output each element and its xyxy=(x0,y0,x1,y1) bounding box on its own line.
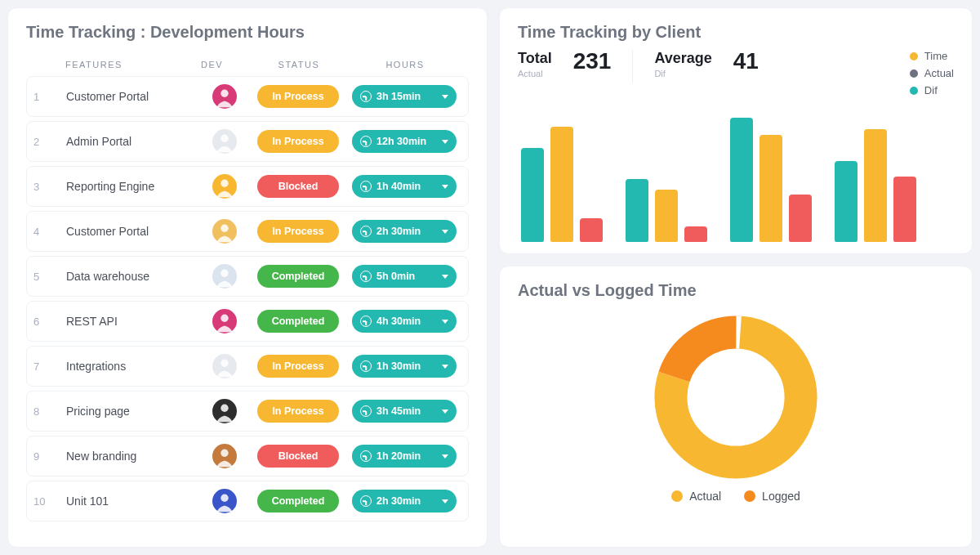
dev-avatar xyxy=(212,264,237,289)
row-dev xyxy=(200,129,249,154)
stat-total-label: Total xyxy=(518,50,552,67)
status-pill: In Process xyxy=(257,400,339,423)
hours-dropdown[interactable]: 1h 40min xyxy=(352,175,457,198)
bar-group xyxy=(626,179,707,242)
table-row: 2Admin PortalIn Process12h 30min xyxy=(26,121,469,162)
clock-icon xyxy=(360,316,372,327)
hours-value: 5h 0min xyxy=(376,271,437,282)
svg-point-1 xyxy=(220,90,228,97)
row-index: 7 xyxy=(33,360,66,373)
row-dev xyxy=(200,264,249,289)
hours-dropdown[interactable]: 1h 20min xyxy=(352,445,457,468)
legend-dot-icon xyxy=(671,490,683,502)
dev-avatar xyxy=(212,309,237,333)
legend-dot-icon xyxy=(910,69,918,78)
row-hours: 2h 30min xyxy=(347,220,461,243)
stat-avg-sub: Dif xyxy=(654,69,711,78)
svg-point-15 xyxy=(220,405,228,412)
client-chart-title: Time Tracking by Client xyxy=(518,23,954,42)
clock-icon xyxy=(360,360,372,372)
donut-chart xyxy=(650,311,822,483)
stats-divider xyxy=(632,50,633,83)
table-row: 1Customer PortalIn Process3h 15min xyxy=(26,76,469,117)
hours-dropdown[interactable]: 5h 0min xyxy=(352,265,457,288)
donut-legend-logged-label: Logged xyxy=(762,490,800,503)
legend-item-dif: Dif xyxy=(910,84,954,96)
row-hours: 12h 30min xyxy=(347,130,461,153)
legend-label-time: Time xyxy=(924,50,947,62)
svg-point-7 xyxy=(220,225,228,232)
row-index: 1 xyxy=(33,91,66,103)
bar-group xyxy=(521,127,603,242)
hours-value: 3h 15min xyxy=(376,91,437,102)
row-hours: 1h 20min xyxy=(347,445,461,468)
bar-time xyxy=(864,129,887,242)
hours-dropdown[interactable]: 3h 45min xyxy=(352,400,457,423)
bar-group xyxy=(835,129,916,242)
clock-icon xyxy=(360,136,372,147)
row-feature: Pricing page xyxy=(66,405,200,418)
bar-dif xyxy=(521,148,544,242)
row-status: In Process xyxy=(249,220,347,243)
bar-other xyxy=(789,195,812,242)
svg-point-9 xyxy=(220,270,228,277)
clock-icon xyxy=(360,91,372,102)
hours-value: 1h 30min xyxy=(376,360,437,372)
legend-dot-icon xyxy=(910,87,918,95)
col-dev: DEV xyxy=(201,60,250,69)
chevron-down-icon xyxy=(442,230,448,234)
table-row: 10Unit 101Completed2h 30min xyxy=(26,481,469,521)
svg-point-13 xyxy=(220,360,228,367)
row-feature: Reporting Engine xyxy=(66,180,200,193)
client-chart-plot xyxy=(518,103,954,242)
row-dev xyxy=(200,354,249,378)
clock-icon xyxy=(360,450,372,462)
status-pill: Blocked xyxy=(257,175,339,198)
hours-value: 1h 40min xyxy=(376,181,437,192)
svg-point-11 xyxy=(220,315,228,322)
row-index: 4 xyxy=(33,226,66,238)
row-hours: 3h 45min xyxy=(347,400,461,423)
dev-avatar xyxy=(212,489,237,513)
hours-dropdown[interactable]: 4h 30min xyxy=(352,310,457,333)
donut-card: Actual vs Logged Time Actual Logged xyxy=(500,266,972,547)
row-feature: REST API xyxy=(66,315,200,328)
row-status: Completed xyxy=(249,265,347,288)
dev-avatar xyxy=(212,84,237,109)
table-row: 6REST APICompleted4h 30min xyxy=(26,301,469,342)
row-dev xyxy=(200,174,249,199)
row-status: Blocked xyxy=(249,445,347,468)
row-feature: Customer Portal xyxy=(66,225,200,238)
row-status: In Process xyxy=(249,355,347,378)
stat-avg: Average Dif xyxy=(654,50,711,78)
status-pill: In Process xyxy=(257,355,339,378)
status-pill: In Process xyxy=(257,220,339,243)
stat-total: Total Actual xyxy=(518,50,552,78)
table-header: FEATURES DEV STATUS HOURS xyxy=(26,50,469,76)
clock-icon xyxy=(360,181,372,192)
dev-hours-title: Time Tracking : Development Hours xyxy=(26,23,469,42)
hours-dropdown[interactable]: 1h 30min xyxy=(352,355,457,378)
donut-legend-actual-label: Actual xyxy=(689,490,721,503)
bar-dif xyxy=(626,179,648,242)
hours-dropdown[interactable]: 2h 30min xyxy=(352,490,457,512)
col-hours: HOURS xyxy=(348,60,462,69)
row-status: In Process xyxy=(249,400,347,423)
table-row: 7IntegrationsIn Process1h 30min xyxy=(26,346,469,387)
row-index: 5 xyxy=(33,271,66,283)
row-status: Completed xyxy=(249,490,347,512)
svg-point-3 xyxy=(220,135,228,142)
status-pill: Completed xyxy=(257,490,339,512)
hours-dropdown[interactable]: 3h 15min xyxy=(352,85,457,108)
hours-dropdown[interactable]: 2h 30min xyxy=(352,220,457,243)
legend-label-dif: Dif xyxy=(924,84,938,96)
status-pill: Blocked xyxy=(257,445,339,468)
row-hours: 1h 30min xyxy=(347,355,461,378)
hours-dropdown[interactable]: 12h 30min xyxy=(352,130,457,153)
table-row: 8Pricing pageIn Process3h 45min xyxy=(26,391,469,432)
dev-avatar xyxy=(212,354,237,378)
status-pill: In Process xyxy=(257,130,339,153)
row-status: In Process xyxy=(249,130,347,153)
chevron-down-icon xyxy=(442,410,448,414)
chevron-down-icon xyxy=(442,365,448,369)
